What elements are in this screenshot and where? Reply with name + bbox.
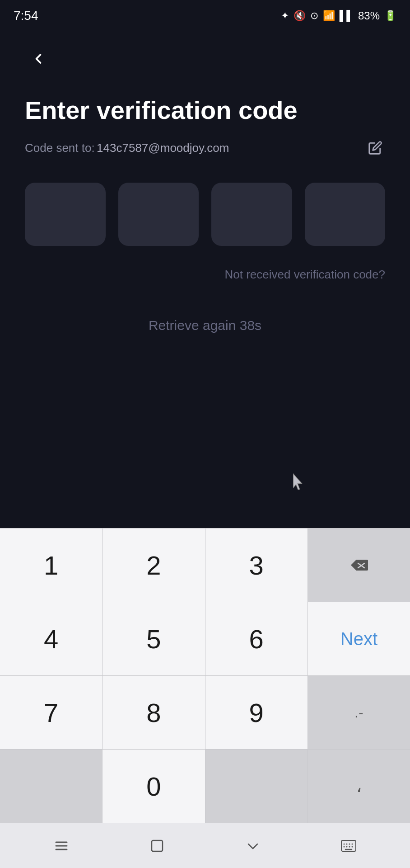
key-comma[interactable]: ، bbox=[308, 750, 410, 823]
key-6[interactable]: 6 bbox=[205, 602, 308, 675]
main-content: Enter verification code Code sent to: 14… bbox=[0, 32, 410, 528]
keyboard-row-1: 1 2 3 bbox=[0, 528, 410, 602]
key-special-dash[interactable]: .- bbox=[308, 676, 410, 749]
code-box-3[interactable] bbox=[211, 183, 292, 246]
retrieve-again-text: Retrieve again 38s bbox=[25, 318, 385, 333]
not-received-text: Not received verification code? bbox=[25, 268, 385, 282]
status-bar: 7:54 ✦ 🔇 ⊙ 📶 ▌▌ 83% 🔋 bbox=[0, 0, 410, 32]
key-5[interactable]: 5 bbox=[102, 602, 205, 675]
navigation-bar bbox=[0, 823, 410, 868]
numeric-keyboard[interactable]: 1 2 3 4 5 6 Next 7 8 9 .- bbox=[0, 528, 410, 823]
code-input-boxes[interactable] bbox=[25, 183, 385, 246]
battery-text: 83% bbox=[358, 9, 380, 22]
key-empty-left bbox=[0, 750, 102, 823]
content-area bbox=[25, 333, 385, 528]
bluetooth-icon: ✦ bbox=[281, 10, 289, 22]
svg-rect-5 bbox=[152, 840, 163, 851]
nav-down-icon[interactable] bbox=[235, 832, 271, 859]
nav-keyboard-icon[interactable] bbox=[331, 832, 367, 859]
volume-icon: 🔇 bbox=[294, 10, 306, 22]
battery-icon: 🔋 bbox=[384, 10, 396, 22]
next-button[interactable]: Next bbox=[308, 602, 410, 675]
signal-icon: ▌▌ bbox=[340, 10, 354, 22]
nav-back-icon[interactable] bbox=[43, 832, 79, 859]
keyboard-row-3: 7 8 9 .- bbox=[0, 675, 410, 749]
key-9[interactable]: 9 bbox=[205, 676, 308, 749]
key-1[interactable]: 1 bbox=[0, 528, 102, 602]
code-sent-label: Code sent to: bbox=[25, 141, 95, 155]
code-box-2[interactable] bbox=[118, 183, 199, 246]
key-7[interactable]: 7 bbox=[0, 676, 102, 749]
subtitle-row: Code sent to: 143c7587@moodjoy.com bbox=[25, 138, 385, 158]
code-box-1[interactable] bbox=[25, 183, 106, 246]
key-8[interactable]: 8 bbox=[102, 676, 205, 749]
back-button[interactable] bbox=[25, 45, 52, 72]
key-backspace[interactable] bbox=[308, 528, 410, 602]
email-address: 143c7587@moodjoy.com bbox=[97, 141, 229, 155]
edit-email-button[interactable] bbox=[365, 138, 385, 158]
key-empty-middle bbox=[205, 750, 308, 823]
key-0[interactable]: 0 bbox=[102, 750, 205, 823]
code-box-4[interactable] bbox=[305, 183, 386, 246]
key-2[interactable]: 2 bbox=[102, 528, 205, 602]
keyboard-row-4: 0 ، bbox=[0, 749, 410, 823]
location-icon: ⊙ bbox=[310, 10, 318, 22]
wifi-icon: 📶 bbox=[323, 10, 335, 22]
cursor-pointer bbox=[291, 473, 304, 492]
keyboard-rows: 1 2 3 4 5 6 Next 7 8 9 .- bbox=[0, 528, 410, 823]
nav-home-icon[interactable] bbox=[139, 832, 175, 859]
key-4[interactable]: 4 bbox=[0, 602, 102, 675]
key-3[interactable]: 3 bbox=[205, 528, 308, 602]
status-icons: ✦ 🔇 ⊙ 📶 ▌▌ 83% 🔋 bbox=[281, 9, 396, 22]
keyboard-row-2: 4 5 6 Next bbox=[0, 602, 410, 675]
subtitle-label: Code sent to: 143c7587@moodjoy.com bbox=[25, 141, 229, 155]
status-time: 7:54 bbox=[14, 9, 38, 23]
page-title: Enter verification code bbox=[25, 95, 385, 125]
